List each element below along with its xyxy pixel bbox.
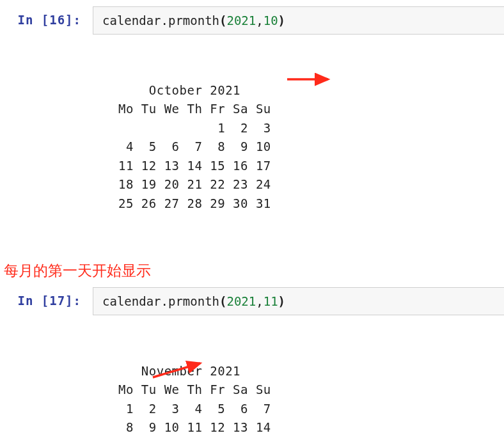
code-method: .prmonth bbox=[161, 294, 220, 308]
notebook-cell: In [17]: calendar.prmonth(2021,11) Novem… bbox=[0, 287, 504, 440]
cell-output: October 2021 Mo Tu We Th Fr Sa Su 1 2 3 … bbox=[93, 35, 504, 260]
comma: , bbox=[256, 13, 263, 28]
comma: , bbox=[256, 294, 263, 308]
code-arg: 2021 bbox=[226, 294, 256, 308]
output-text: November 2021 Mo Tu We Th Fr Sa Su 1 2 3… bbox=[118, 362, 504, 440]
input-row: In [16]: calendar.prmonth(2021,10) bbox=[0, 6, 504, 35]
cell-output: November 2021 Mo Tu We Th Fr Sa Su 1 2 3… bbox=[93, 315, 504, 440]
code-input[interactable]: calendar.prmonth(2021,11) bbox=[93, 287, 504, 315]
code-input[interactable]: calendar.prmonth(2021,10) bbox=[93, 6, 504, 35]
code-arg: 10 bbox=[264, 13, 278, 28]
code-arg: 11 bbox=[264, 294, 278, 308]
notebook-cell: In [16]: calendar.prmonth(2021,10) Octob… bbox=[0, 6, 504, 260]
code-method: .prmonth bbox=[161, 13, 220, 28]
code-object: calendar bbox=[102, 294, 161, 308]
output-text: October 2021 Mo Tu We Th Fr Sa Su 1 2 3 … bbox=[118, 81, 504, 213]
paren-close: ) bbox=[278, 294, 285, 308]
paren-close: ) bbox=[278, 13, 285, 28]
paren-open: ( bbox=[219, 13, 226, 28]
code-arg: 2021 bbox=[226, 13, 256, 28]
input-prompt: In [17]: bbox=[0, 287, 93, 315]
input-prompt: In [16]: bbox=[0, 6, 93, 35]
input-row: In [17]: calendar.prmonth(2021,11) bbox=[0, 287, 504, 315]
code-object: calendar bbox=[102, 13, 161, 28]
annotation-text: 每月的第一天开始显示 bbox=[0, 260, 504, 287]
paren-open: ( bbox=[219, 294, 226, 308]
